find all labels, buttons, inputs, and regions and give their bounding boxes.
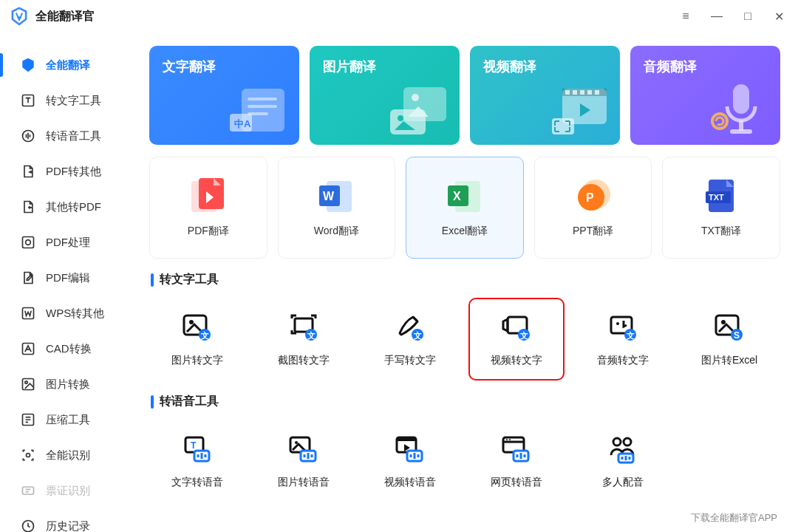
image-to-text-icon: 文 — [181, 311, 214, 344]
menu-button[interactable]: ≡ — [675, 6, 696, 27]
sidebar-item-label: 转文字工具 — [46, 94, 101, 108]
hero-audio-translate[interactable]: 音频翻译 — [630, 46, 780, 145]
svg-point-79 — [509, 439, 511, 440]
sidebar-item-label: CAD转换 — [46, 342, 92, 356]
svg-text:T: T — [191, 440, 197, 451]
svg-point-9 — [27, 454, 30, 457]
svg-point-82 — [624, 438, 631, 446]
history-icon — [19, 517, 37, 532]
hero-label: 图片翻译 — [323, 59, 376, 74]
minimize-button[interactable]: — — [706, 6, 727, 27]
sidebar-item-label: PDF编辑 — [46, 271, 90, 285]
svg-text:中A: 中A — [234, 118, 251, 129]
svg-text:W: W — [323, 190, 335, 202]
image-convert-icon — [19, 375, 37, 393]
tool-image-to-excel[interactable]: S 图片转Excel — [681, 298, 777, 381]
compress-icon — [19, 411, 37, 429]
svg-text:文: 文 — [519, 331, 528, 340]
audio-illustration-icon — [708, 80, 773, 139]
wps-icon — [19, 304, 37, 322]
sidebar-item-scan[interactable]: 全能识别 — [0, 437, 136, 473]
sidebar-item-label: 图片转换 — [46, 378, 90, 392]
scan-icon — [19, 446, 37, 464]
svg-point-21 — [398, 115, 403, 121]
hero-image-translate[interactable]: 图片翻译 — [310, 46, 460, 145]
sidebar-item-ticket[interactable]: 票证识别 — [0, 473, 136, 508]
sidebar-item-label: 全能识别 — [46, 449, 90, 463]
doc-card-ppt[interactable]: P PPT翻译 — [534, 157, 652, 259]
svg-rect-28 — [595, 90, 599, 95]
sidebar-item-label: WPS转其他 — [46, 307, 104, 321]
section-bar — [151, 273, 154, 287]
svg-rect-75 — [397, 437, 416, 441]
doc-card-txt[interactable]: TXT TXT翻译 — [662, 157, 780, 259]
hero-row: 文字翻译 中A 图片翻译 视频翻译 音频翻译 — [149, 46, 780, 145]
sidebar-item-pdf-export[interactable]: PDF转其他 — [0, 154, 136, 189]
image-illustration-icon — [386, 84, 452, 139]
tool-video-to-text[interactable]: 文 视频转文字 — [468, 298, 565, 381]
video-to-voice-icon — [394, 433, 426, 466]
ppt-icon: P — [573, 177, 614, 216]
svg-rect-6 — [23, 379, 34, 390]
svg-text:文: 文 — [200, 331, 209, 340]
doc-card-label: PDF翻译 — [188, 225, 229, 238]
hero-text-translate[interactable]: 文字翻译 中A — [149, 46, 299, 145]
pdf-edit-icon — [19, 269, 37, 287]
doc-card-label: PPT翻译 — [573, 225, 613, 238]
main-content: 全能翻译 转文字工具 转语音工具 PDF转其他 其他转PDF PDF处理 PDF… — [0, 33, 798, 532]
tool-handwrite-to-text[interactable]: 文 手写转文字 — [362, 298, 458, 381]
svg-rect-27 — [587, 90, 592, 95]
svg-rect-24 — [565, 90, 570, 95]
tool-label: 手写转文字 — [384, 354, 436, 367]
sidebar-item-image-convert[interactable]: 图片转换 — [0, 366, 136, 402]
tool-text-to-voice[interactable]: T 文字转语音 — [149, 420, 245, 502]
text-to-voice-icon: T — [181, 433, 214, 466]
tool-image-to-text[interactable]: 文 图片转文字 — [149, 298, 245, 381]
doc-card-word[interactable]: W Word翻译 — [278, 157, 396, 259]
sidebar-item-pdf-process[interactable]: PDF处理 — [0, 225, 136, 260]
svg-rect-14 — [248, 105, 277, 108]
voice-tool-icon — [19, 127, 37, 145]
section-title: 转文字工具 — [160, 272, 219, 287]
audio-to-text-icon: 文 — [607, 311, 639, 344]
close-button[interactable]: ✕ — [768, 6, 789, 27]
sidebar-item-to-text[interactable]: 转文字工具 — [0, 83, 136, 118]
doc-card-excel[interactable]: X Excel翻译 — [406, 157, 524, 259]
tool-screenshot-to-text[interactable]: 文 截图转文字 — [256, 298, 352, 381]
sidebar-item-cad[interactable]: CAD转换 — [0, 331, 136, 366]
video-to-text-icon: 文 — [500, 311, 533, 344]
sidebar-item-pdf-import[interactable]: 其他转PDF — [0, 189, 136, 225]
app-logo — [9, 6, 30, 27]
sidebar-item-all-translate[interactable]: 全能翻译 — [0, 47, 136, 83]
tool-image-to-voice[interactable]: 图片转语音 — [256, 420, 352, 502]
sidebar-item-wps[interactable]: WPS转其他 — [0, 296, 136, 331]
tool-label: 多人配音 — [602, 476, 644, 489]
sidebar-item-to-voice[interactable]: 转语音工具 — [0, 118, 136, 154]
sidebar-item-compress[interactable]: 压缩工具 — [0, 402, 136, 437]
svg-point-7 — [25, 381, 27, 383]
titlebar: 全能翻译官 ≡ — □ ✕ — [0, 0, 798, 33]
window-controls: ≡ — □ ✕ — [675, 6, 789, 27]
download-app-link[interactable]: 下载全能翻译官APP — [691, 511, 777, 525]
svg-text:P: P — [586, 191, 594, 204]
pdf-export-icon — [19, 163, 37, 180]
pdf-icon — [188, 177, 229, 216]
tool-audio-to-text[interactable]: 文 音频转文字 — [575, 298, 671, 381]
cad-icon — [19, 340, 37, 358]
tool-label: 视频转文字 — [491, 354, 542, 367]
maximize-button[interactable]: □ — [737, 6, 758, 27]
sidebar-item-history[interactable]: 历史记录 — [0, 508, 136, 532]
tool-multi-dub[interactable]: 多人配音 — [575, 420, 671, 502]
tool-label: 网页转语音 — [491, 476, 542, 489]
sidebar-item-label: 压缩工具 — [46, 413, 90, 427]
section-header-text: 转文字工具 — [151, 272, 780, 287]
doc-card-label: Excel翻译 — [442, 225, 488, 238]
image-to-voice-icon — [287, 433, 320, 466]
tool-web-to-voice[interactable]: 网页转语音 — [468, 420, 565, 502]
svg-rect-26 — [580, 90, 584, 95]
hero-video-translate[interactable]: 视频翻译 — [470, 46, 620, 145]
tool-video-to-voice[interactable]: 视频转语音 — [362, 420, 458, 502]
sidebar-item-pdf-edit[interactable]: PDF编辑 — [0, 260, 136, 296]
sidebar: 全能翻译 转文字工具 转语音工具 PDF转其他 其他转PDF PDF处理 PDF… — [0, 33, 136, 532]
doc-card-pdf[interactable]: PDF翻译 — [149, 157, 267, 259]
